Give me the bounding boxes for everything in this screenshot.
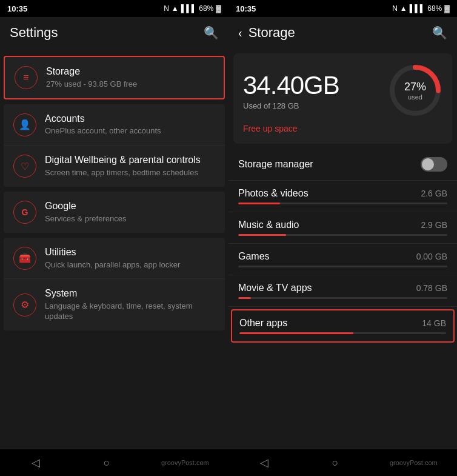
movie-name: Movie & TV apps bbox=[238, 283, 312, 293]
storage-card: 34.40GB Used of 128 GB 27% used Free up … bbox=[233, 53, 452, 144]
games-item[interactable]: Games 0.00 GB bbox=[228, 244, 457, 275]
right-back-btn[interactable]: ◁ bbox=[248, 451, 281, 474]
free-up-space-btn[interactable]: Free up space bbox=[243, 124, 298, 133]
storage-circle: 27% used bbox=[388, 63, 442, 118]
google-group: G Google Services & preferences bbox=[4, 192, 225, 233]
right-content: 34.40GB Used of 128 GB 27% used Free up … bbox=[228, 49, 457, 449]
storage-icon: ≡ bbox=[23, 72, 28, 83]
storage-used-label: used bbox=[404, 93, 426, 101]
right-status-bar: 10:35 N ▲ ▌▌▌ 68% ▓ bbox=[228, 0, 457, 17]
storage-of-label: Used of 128 GB bbox=[243, 101, 339, 110]
photos-name: Photos & videos bbox=[238, 188, 309, 199]
right-top-bar: ‹ Storage 🔍 bbox=[228, 17, 457, 49]
accounts-icon: 👤 bbox=[19, 119, 31, 130]
right-search-icon[interactable]: 🔍 bbox=[432, 25, 447, 40]
music-row: Music & audio 2.9 GB bbox=[238, 220, 447, 230]
other-apps-size: 14 GB bbox=[422, 318, 446, 328]
right-home-btn[interactable]: ○ bbox=[320, 452, 351, 474]
right-signal-icon: ▌▌▌ bbox=[410, 4, 425, 13]
right-back-arrow[interactable]: ‹ bbox=[238, 26, 242, 40]
other-apps-name: Other apps bbox=[239, 318, 287, 329]
storage-main-row: 34.40GB Used of 128 GB 27% used bbox=[243, 63, 442, 118]
left-content: ≡ Storage 27% used - 93.85 GB free 👤 Acc… bbox=[0, 49, 228, 449]
games-size: 0.00 GB bbox=[416, 252, 447, 261]
storage-manager-label: Storage manager bbox=[238, 159, 313, 170]
other-apps-item[interactable]: Other apps 14 GB bbox=[231, 309, 455, 343]
google-item[interactable]: G Google Services & preferences bbox=[4, 192, 225, 233]
left-back-btn[interactable]: ◁ bbox=[19, 451, 52, 474]
accounts-subtitle: OnePlus account, other accounts bbox=[45, 126, 215, 136]
music-audio-item[interactable]: Music & audio 2.9 GB bbox=[228, 212, 457, 244]
accounts-icon-wrap: 👤 bbox=[13, 113, 36, 136]
left-time: 10:35 bbox=[7, 4, 27, 13]
storage-gb-value: 34.40GB bbox=[243, 71, 339, 100]
games-row: Games 0.00 GB bbox=[238, 251, 447, 262]
toggle-knob bbox=[422, 158, 434, 170]
storage-subtitle: 27% used - 93.85 GB free bbox=[46, 79, 214, 90]
music-size: 2.9 GB bbox=[421, 220, 447, 230]
digital-wellbeing-text: Digital Wellbeing & parental controls Sc… bbox=[45, 154, 215, 178]
other-apps-row: Other apps 14 GB bbox=[239, 318, 446, 329]
photos-bar-fill bbox=[238, 203, 280, 204]
movie-row: Movie & TV apps 0.78 GB bbox=[238, 283, 447, 293]
utilities-group: 🧰 Utilities Quick launch, parallel apps,… bbox=[4, 238, 225, 330]
wifi-icon: ▲ bbox=[172, 4, 179, 13]
games-name: Games bbox=[238, 251, 270, 262]
left-status-icons: N ▲ ▌▌▌ 68% ▓ bbox=[164, 4, 221, 13]
left-page-title: Settings bbox=[10, 25, 204, 41]
google-title: Google bbox=[45, 200, 215, 213]
left-home-btn[interactable]: ○ bbox=[92, 452, 122, 474]
photos-row: Photos & videos 2.6 GB bbox=[238, 188, 447, 199]
utilities-item[interactable]: 🧰 Utilities Quick launch, parallel apps,… bbox=[4, 238, 225, 279]
storage-circle-label: 27% used bbox=[404, 81, 426, 101]
accounts-text: Accounts OnePlus account, other accounts bbox=[45, 113, 215, 137]
left-bottom-nav: ◁ ○ groovyPost.com bbox=[0, 449, 228, 476]
google-icon: G bbox=[22, 207, 28, 217]
accounts-item[interactable]: 👤 Accounts OnePlus account, other accoun… bbox=[4, 104, 225, 146]
storage-items-list: Photos & videos 2.6 GB Music & audio 2.9… bbox=[228, 181, 457, 343]
digital-wellbeing-item[interactable]: ♡ Digital Wellbeing & parental controls … bbox=[4, 146, 225, 187]
movie-tv-item[interactable]: Movie & TV apps 0.78 GB bbox=[228, 275, 457, 307]
digital-wellbeing-icon-wrap: ♡ bbox=[13, 155, 36, 178]
system-item[interactable]: ⚙ System Language & keyboard, time, rese… bbox=[4, 279, 225, 330]
left-status-bar: 10:35 N ▲ ▌▌▌ 68% ▓ bbox=[0, 0, 228, 17]
storage-manager-toggle[interactable] bbox=[421, 157, 447, 172]
system-text: System Language & keyboard, time, reset,… bbox=[45, 287, 215, 322]
utilities-title: Utilities bbox=[45, 246, 215, 259]
right-status-icons: N ▲ ▌▌▌ 68% ▓ bbox=[392, 4, 450, 13]
left-battery: 68% bbox=[199, 4, 213, 13]
right-watermark: groovyPost.com bbox=[390, 459, 438, 466]
storage-pct: 27% bbox=[404, 81, 426, 93]
utilities-icon: 🧰 bbox=[19, 252, 31, 264]
system-icon-wrap: ⚙ bbox=[13, 293, 36, 317]
photos-videos-item[interactable]: Photos & videos 2.6 GB bbox=[228, 181, 457, 212]
left-top-bar: Settings 🔍 bbox=[0, 17, 228, 49]
storage-manager-row: Storage manager bbox=[228, 149, 457, 181]
right-time: 10:35 bbox=[236, 4, 256, 13]
utilities-subtitle: Quick launch, parallel apps, app locker bbox=[45, 260, 215, 270]
movie-bar-fill bbox=[238, 297, 251, 299]
right-wifi-icon: ▲ bbox=[400, 4, 407, 13]
other-apps-bar-bg bbox=[239, 332, 446, 334]
storage-item[interactable]: ≡ Storage 27% used - 93.85 GB free bbox=[5, 57, 224, 98]
nfc-icon: N bbox=[164, 4, 169, 13]
system-icon: ⚙ bbox=[21, 299, 29, 310]
storage-title: Storage bbox=[46, 65, 214, 78]
storage-text: Storage 27% used - 93.85 GB free bbox=[46, 65, 214, 90]
photos-size: 2.6 GB bbox=[421, 189, 447, 198]
left-search-icon[interactable]: 🔍 bbox=[204, 25, 219, 40]
system-subtitle: Language & keyboard, time, reset, system… bbox=[45, 301, 215, 322]
digital-wellbeing-icon: ♡ bbox=[21, 161, 29, 172]
movie-bar-bg bbox=[238, 297, 447, 299]
right-panel: 10:35 N ▲ ▌▌▌ 68% ▓ ‹ Storage 🔍 34.40GB … bbox=[228, 0, 457, 476]
battery-icon: ▓ bbox=[216, 4, 221, 13]
right-nfc-icon: N bbox=[392, 4, 398, 13]
right-bottom-nav: ◁ ○ groovyPost.com bbox=[228, 449, 457, 476]
left-watermark: groovyPost.com bbox=[161, 459, 209, 466]
music-name: Music & audio bbox=[238, 220, 299, 230]
storage-info: 34.40GB Used of 128 GB bbox=[243, 71, 339, 110]
digital-wellbeing-subtitle: Screen time, app timers, bedtime schedul… bbox=[45, 168, 215, 178]
utilities-icon-wrap: 🧰 bbox=[13, 247, 36, 270]
games-bar-bg bbox=[238, 266, 447, 267]
storage-group: ≡ Storage 27% used - 93.85 GB free bbox=[4, 56, 225, 99]
